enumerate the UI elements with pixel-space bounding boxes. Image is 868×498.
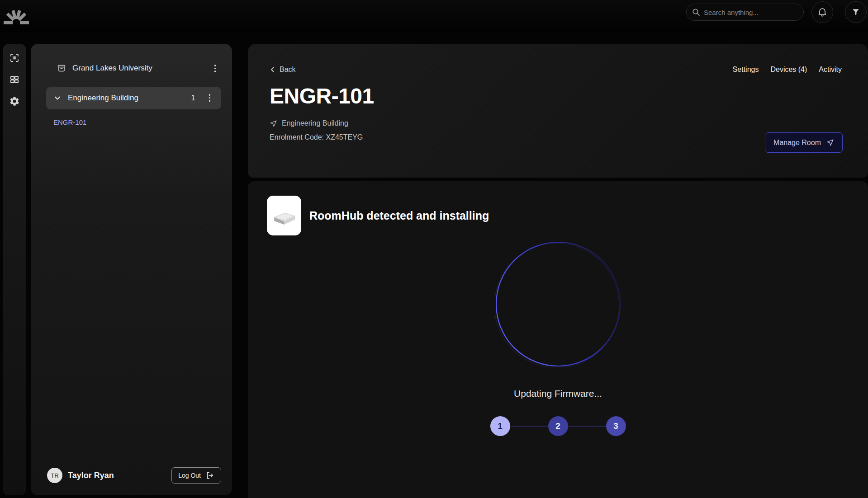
room-location: Engineering Building <box>282 119 348 127</box>
search-icon <box>692 8 700 16</box>
scan-enroll-icon[interactable] <box>8 51 21 65</box>
roomhub-device-image <box>267 196 301 235</box>
step-connector <box>510 426 548 427</box>
avatar: TR <box>47 468 62 483</box>
firmware-spinner <box>495 241 621 367</box>
app-logo-icon <box>3 4 31 28</box>
sidebar-spacer <box>42 126 221 468</box>
building-menu-kebab-icon[interactable] <box>205 92 214 103</box>
back-label: Back <box>280 66 296 74</box>
room-header: Back Settings Devices (4) Activity ENGR-… <box>248 44 868 178</box>
enrolment-code: Enrolment Code: XZ45TEYG <box>270 133 842 141</box>
icon-rail <box>3 44 26 495</box>
install-step-indicator: 1 2 3 <box>490 416 626 436</box>
dashboard-grid-icon[interactable] <box>8 73 21 86</box>
chevron-left-icon <box>270 66 276 73</box>
logout-button-label: Log Out <box>178 472 201 479</box>
user-row: TR Taylor Ryan Log Out <box>42 467 221 484</box>
organization-name: Grand Lakes University <box>72 64 204 73</box>
notifications-button[interactable] <box>811 1 833 23</box>
main-panel: Back Settings Devices (4) Activity ENGR-… <box>248 44 868 498</box>
user-name: Taylor Ryan <box>68 471 166 480</box>
building-name: Engineering Building <box>68 94 185 103</box>
install-panel: RoomHub detected and installing Updating… <box>248 181 868 498</box>
tab-settings[interactable]: Settings <box>733 66 759 74</box>
location-send-icon <box>270 120 277 127</box>
settings-gear-icon[interactable] <box>8 94 21 108</box>
install-heading: RoomHub detected and installing <box>309 209 489 222</box>
bell-icon <box>817 7 828 18</box>
logout-exit-icon <box>205 471 214 480</box>
install-status-text: Updating Firmware... <box>514 388 602 399</box>
back-button[interactable]: Back <box>270 66 296 74</box>
manage-room-label: Manage Room <box>773 139 821 147</box>
organization-menu-kebab-icon[interactable] <box>211 63 220 74</box>
send-arrow-icon <box>826 139 834 146</box>
tab-activity[interactable]: Activity <box>819 66 842 74</box>
sidebar-item-building[interactable]: Engineering Building 1 <box>46 87 221 109</box>
filter-funnel-icon <box>851 8 860 17</box>
top-bar <box>0 0 868 32</box>
step-2-badge: 2 <box>548 416 568 436</box>
step-1-badge: 1 <box>490 416 510 436</box>
filter-button[interactable] <box>845 1 867 23</box>
logout-button[interactable]: Log Out <box>171 467 221 484</box>
step-3-badge: 3 <box>606 416 626 436</box>
chevron-down-icon <box>53 94 62 102</box>
search-input[interactable] <box>704 9 798 16</box>
sidebar: Grand Lakes University Engineering Build… <box>31 44 232 495</box>
room-nav: Settings Devices (4) Activity <box>733 66 842 74</box>
sidebar-item-room[interactable]: ENGR-101 <box>53 118 86 126</box>
global-search <box>686 4 804 21</box>
room-count-badge: 1 <box>191 94 195 102</box>
step-connector <box>568 426 606 427</box>
archive-box-icon <box>57 64 66 73</box>
manage-room-button[interactable]: Manage Room <box>765 132 843 153</box>
tab-devices[interactable]: Devices (4) <box>770 66 807 74</box>
organization-row[interactable]: Grand Lakes University <box>42 63 221 74</box>
page-title: ENGR-101 <box>270 84 842 108</box>
